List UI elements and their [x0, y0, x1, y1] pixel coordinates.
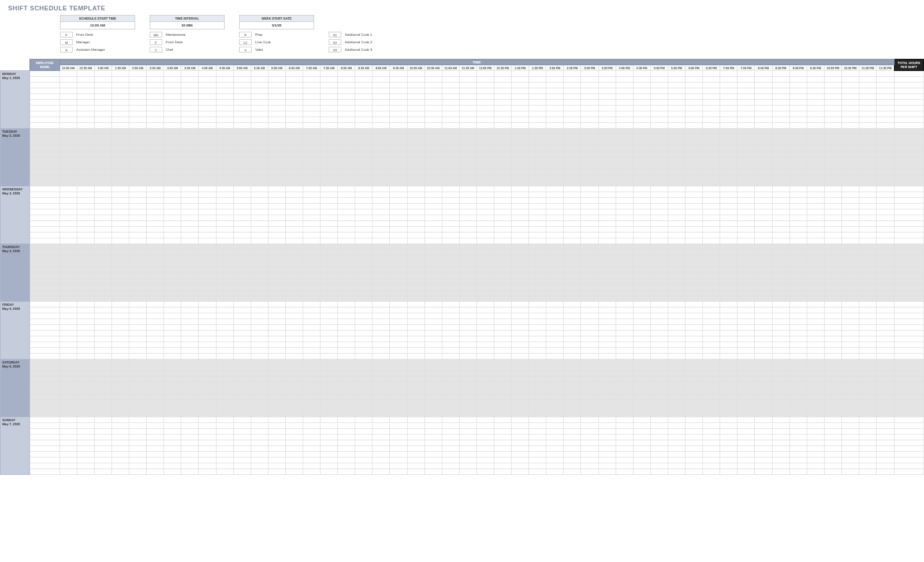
- shift-cell[interactable]: [546, 233, 564, 238]
- shift-cell[interactable]: [59, 209, 77, 215]
- shift-cell[interactable]: [859, 325, 876, 331]
- shift-cell[interactable]: [650, 319, 668, 325]
- shift-cell[interactable]: [390, 129, 407, 134]
- shift-cell[interactable]: [285, 434, 303, 440]
- shift-cell[interactable]: [789, 411, 807, 417]
- shift-cell[interactable]: [668, 261, 685, 267]
- shift-cell[interactable]: [650, 261, 668, 267]
- shift-cell[interactable]: [564, 186, 581, 192]
- shift-cell[interactable]: [633, 146, 650, 152]
- shift-cell[interactable]: [650, 152, 668, 158]
- shift-cell[interactable]: [841, 417, 859, 423]
- shift-cell[interactable]: [216, 233, 233, 238]
- shift-cell[interactable]: [755, 434, 772, 440]
- employee-name-cell[interactable]: [30, 371, 59, 377]
- shift-cell[interactable]: [424, 129, 442, 134]
- shift-cell[interactable]: [424, 383, 442, 388]
- shift-cell[interactable]: [355, 365, 372, 371]
- shift-cell[interactable]: [216, 152, 233, 158]
- shift-cell[interactable]: [390, 446, 407, 452]
- shift-cell[interactable]: [650, 256, 668, 261]
- shift-cell[interactable]: [303, 279, 320, 284]
- shift-cell[interactable]: [772, 117, 789, 123]
- shift-cell[interactable]: [59, 417, 77, 423]
- shift-cell[interactable]: [268, 429, 285, 434]
- shift-cell[interactable]: [824, 394, 841, 400]
- shift-cell[interactable]: [720, 204, 737, 209]
- shift-cell[interactable]: [459, 469, 476, 475]
- shift-cell[interactable]: [164, 273, 181, 279]
- shift-cell[interactable]: [372, 146, 390, 152]
- shift-cell[interactable]: [755, 123, 772, 129]
- employee-name-cell[interactable]: [30, 209, 59, 215]
- shift-cell[interactable]: [216, 411, 233, 417]
- shift-cell[interactable]: [598, 215, 616, 221]
- shift-cell[interactable]: [355, 273, 372, 279]
- shift-cell[interactable]: [321, 169, 338, 175]
- shift-cell[interactable]: [668, 175, 685, 181]
- shift-cell[interactable]: [94, 336, 111, 342]
- shift-cell[interactable]: [355, 296, 372, 302]
- shift-cell[interactable]: [772, 238, 789, 244]
- shift-cell[interactable]: [494, 377, 512, 383]
- shift-cell[interactable]: [564, 290, 581, 296]
- shift-cell[interactable]: [181, 411, 199, 417]
- shift-cell[interactable]: [546, 354, 564, 359]
- shift-cell[interactable]: [355, 423, 372, 429]
- shift-cell[interactable]: [807, 94, 824, 100]
- shift-cell[interactable]: [303, 146, 320, 152]
- shift-cell[interactable]: [459, 256, 476, 261]
- shift-cell[interactable]: [233, 146, 251, 152]
- shift-cell[interactable]: [494, 100, 512, 106]
- shift-cell[interactable]: [111, 359, 129, 365]
- shift-cell[interactable]: [233, 186, 251, 192]
- shift-cell[interactable]: [285, 308, 303, 313]
- shift-cell[interactable]: [859, 250, 876, 256]
- shift-cell[interactable]: [372, 233, 390, 238]
- shift-cell[interactable]: [390, 388, 407, 394]
- shift-cell[interactable]: [650, 388, 668, 394]
- shift-cell[interactable]: [807, 83, 824, 88]
- shift-cell[interactable]: [703, 134, 720, 140]
- shift-cell[interactable]: [877, 406, 894, 411]
- shift-cell[interactable]: [529, 146, 546, 152]
- shift-cell[interactable]: [529, 256, 546, 261]
- shift-cell[interactable]: [598, 181, 616, 186]
- shift-cell[interactable]: [720, 140, 737, 146]
- shift-cell[interactable]: [789, 233, 807, 238]
- shift-cell[interactable]: [789, 383, 807, 388]
- shift-cell[interactable]: [181, 388, 199, 394]
- shift-cell[interactable]: [268, 256, 285, 261]
- shift-cell[interactable]: [424, 227, 442, 233]
- shift-cell[interactable]: [233, 342, 251, 348]
- shift-cell[interactable]: [737, 227, 755, 233]
- shift-cell[interactable]: [216, 279, 233, 284]
- shift-cell[interactable]: [789, 434, 807, 440]
- shift-cell[interactable]: [321, 106, 338, 111]
- shift-cell[interactable]: [407, 71, 424, 77]
- shift-cell[interactable]: [720, 440, 737, 446]
- shift-cell[interactable]: [251, 377, 268, 383]
- shift-cell[interactable]: [616, 233, 633, 238]
- shift-cell[interactable]: [129, 359, 147, 365]
- shift-cell[interactable]: [321, 256, 338, 261]
- shift-cell[interactable]: [616, 284, 633, 290]
- shift-cell[interactable]: [807, 215, 824, 221]
- shift-cell[interactable]: [650, 83, 668, 88]
- shift-cell[interactable]: [424, 261, 442, 267]
- shift-cell[interactable]: [546, 273, 564, 279]
- shift-cell[interactable]: [216, 452, 233, 458]
- shift-cell[interactable]: [303, 331, 320, 336]
- shift-cell[interactable]: [789, 284, 807, 290]
- shift-cell[interactable]: [494, 256, 512, 261]
- shift-cell[interactable]: [390, 469, 407, 475]
- shift-cell[interactable]: [424, 88, 442, 94]
- shift-cell[interactable]: [476, 348, 494, 354]
- shift-cell[interactable]: [111, 452, 129, 458]
- shift-cell[interactable]: [321, 238, 338, 244]
- shift-cell[interactable]: [129, 411, 147, 417]
- shift-cell[interactable]: [268, 175, 285, 181]
- shift-cell[interactable]: [251, 250, 268, 256]
- shift-cell[interactable]: [755, 463, 772, 469]
- shift-cell[interactable]: [321, 458, 338, 463]
